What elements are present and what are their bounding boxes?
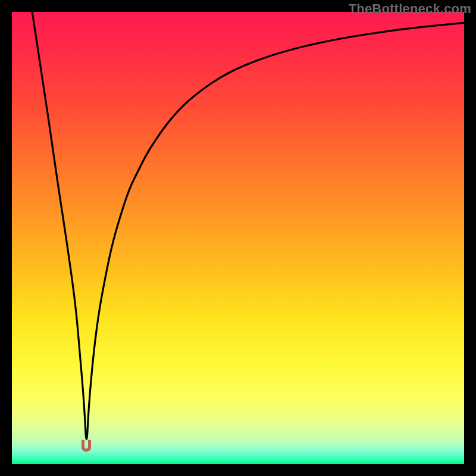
plot-area: [12, 12, 464, 464]
watermark-text: TheBottleneck.com: [349, 1, 471, 17]
curve-layer: [12, 12, 464, 464]
bottleneck-curve: [32, 12, 464, 439]
u-shape-icon: [82, 440, 91, 452]
chart-frame: TheBottleneck.com: [0, 0, 476, 476]
minimum-marker: [80, 439, 93, 453]
